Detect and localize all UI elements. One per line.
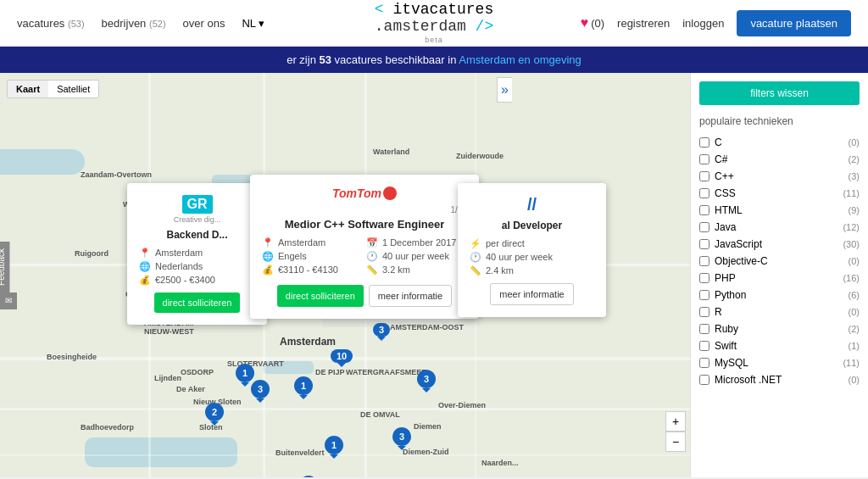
job-card-left: GR Creative dig... Backend D... 📍 Amster… xyxy=(127,183,267,325)
login-link[interactable]: inloggen xyxy=(682,17,724,30)
site-logo: < itvacatures .amsterdam /> beta xyxy=(375,2,493,44)
marker-1-single-3[interactable]: 1 xyxy=(325,436,343,454)
tech-name: Ruby xyxy=(715,323,738,335)
apply-button-main[interactable]: direct solliciteren xyxy=(277,285,364,307)
road-element xyxy=(0,454,690,456)
tech-count: (9) xyxy=(849,205,860,215)
tech-checkbox-5[interactable] xyxy=(699,222,709,232)
job-card-right: // al Developer ⚡ per direct 🕐 40 uur pe… xyxy=(458,183,606,317)
tech-count: (12) xyxy=(843,222,860,232)
water-element xyxy=(85,437,237,467)
chevron-down-icon: ▾ xyxy=(259,17,264,30)
marker-3-single-2[interactable]: 3 xyxy=(392,427,411,446)
tech-item: C (0) xyxy=(699,134,860,151)
technique-list: C (0) C# (2) C++ (3) CSS (11) HTML (9) J… xyxy=(699,134,860,388)
marker-1-single-2[interactable]: 1 xyxy=(294,376,313,395)
tech-checkbox-6[interactable] xyxy=(699,239,709,249)
distance-icon: 📏 xyxy=(470,265,481,276)
tech-count: (0) xyxy=(849,256,860,266)
nav-vacatures[interactable]: vacatures (53) xyxy=(17,17,85,30)
tech-item: JavaScript (30) xyxy=(699,236,860,253)
tech-count: (3) xyxy=(849,171,860,181)
job-title-left: Backend D... xyxy=(139,229,255,241)
tech-checkbox-12[interactable] xyxy=(699,341,709,351)
tech-name: R xyxy=(715,306,722,318)
tech-checkbox-13[interactable] xyxy=(699,358,709,368)
tech-item: Objective-C (0) xyxy=(699,253,860,270)
tech-count: (2) xyxy=(849,324,860,334)
tech-name: MySQL xyxy=(715,357,748,369)
satelliet-button[interactable]: Satelliet xyxy=(48,81,98,97)
location-icon: 📍 xyxy=(139,248,151,259)
tech-checkbox-9[interactable] xyxy=(699,290,709,300)
tech-checkbox-0[interactable] xyxy=(699,137,709,148)
marker-10-bubble-2[interactable]: 10 xyxy=(331,349,353,363)
tech-checkbox-10[interactable] xyxy=(699,307,709,317)
road-element xyxy=(0,408,690,410)
tech-name: C xyxy=(715,136,722,148)
register-link[interactable]: registreren xyxy=(617,17,670,30)
tech-checkbox-14[interactable] xyxy=(699,375,709,385)
tech-count: (6) xyxy=(849,290,860,300)
post-vacancy-button[interactable]: vacature plaatsen xyxy=(737,10,851,36)
clock-icon: 🕐 xyxy=(470,252,481,263)
favorites-button[interactable]: ♥ (0) xyxy=(581,15,604,31)
distance-icon: 📏 xyxy=(366,265,378,276)
company-logo-gr: GR Creative dig... xyxy=(139,195,255,224)
zoom-out-button[interactable]: − xyxy=(665,432,686,452)
tech-count: (0) xyxy=(849,137,860,148)
company-logo-right: // xyxy=(470,195,594,214)
lang-selector[interactable]: NL ▾ xyxy=(242,17,264,30)
zoom-in-button[interactable]: + xyxy=(665,411,686,432)
tech-checkbox-2[interactable] xyxy=(699,171,709,181)
nav-over-ons[interactable]: over ons xyxy=(183,17,225,30)
map-area[interactable]: Kaart Satelliet Feedback ✉ Westpoort Zaa… xyxy=(0,73,690,477)
tech-item: Swift (1) xyxy=(699,337,860,354)
tech-checkbox-1[interactable] xyxy=(699,154,709,164)
sidebar-section-title: populaire technieken xyxy=(699,115,860,127)
tech-item: Java (12) xyxy=(699,219,860,236)
sidebar: filters wissen populaire technieken C (0… xyxy=(690,73,868,477)
header: vacatures (53) bedrijven (52) over ons N… xyxy=(0,0,868,47)
salary-icon: 💰 xyxy=(262,265,274,276)
tech-item: C# (2) xyxy=(699,151,860,168)
clock-icon: 🕐 xyxy=(366,251,378,262)
marker-2-single-1[interactable]: 2 xyxy=(205,403,224,421)
water-element xyxy=(263,361,314,374)
tech-name: PHP xyxy=(715,272,736,284)
marker-3-single-3[interactable]: 3 xyxy=(251,380,270,398)
tech-name: Microsoft .NET xyxy=(715,374,782,386)
tech-name: Python xyxy=(715,289,746,301)
tech-checkbox-4[interactable] xyxy=(699,205,709,215)
marker-3-bubble-1[interactable]: 3 xyxy=(373,323,390,337)
tech-item: MySQL (11) xyxy=(699,354,860,371)
tech-item: CSS (11) xyxy=(699,185,860,202)
sidebar-expand-button[interactable]: » xyxy=(497,77,512,103)
filter-clear-button[interactable]: filters wissen xyxy=(699,81,860,105)
tech-count: (1) xyxy=(849,341,860,351)
tech-name: JavaScript xyxy=(715,238,762,250)
tech-item: Ruby (2) xyxy=(699,320,860,337)
more-info-button-main[interactable]: meer informatie xyxy=(369,285,452,307)
tech-checkbox-3[interactable] xyxy=(699,188,709,198)
tech-name: Objective-C xyxy=(715,255,768,267)
tech-checkbox-7[interactable] xyxy=(699,256,709,266)
tech-name: CSS xyxy=(715,187,736,199)
tech-count: (2) xyxy=(849,154,860,164)
email-feedback-button[interactable]: ✉ xyxy=(0,292,17,309)
tech-checkbox-8[interactable] xyxy=(699,273,709,283)
heart-icon: ♥ xyxy=(581,15,589,31)
marker-3-single-1[interactable]: 3 xyxy=(417,370,436,388)
job-card-main: TomTom 1/10 Medior C++ Software Engineer… xyxy=(250,175,479,319)
more-info-button-right[interactable]: meer informatie xyxy=(490,283,573,305)
flag-icon: 🌐 xyxy=(139,261,151,272)
apply-button-left[interactable]: direct solliciteren xyxy=(154,292,241,313)
kaart-button[interactable]: Kaart xyxy=(8,81,48,97)
feedback-button[interactable]: Feedback xyxy=(0,242,9,292)
money-icon: 💰 xyxy=(139,275,151,286)
tech-checkbox-11[interactable] xyxy=(699,324,709,334)
marker-1-single-1[interactable]: 1 xyxy=(236,364,254,382)
marker-1-single-4[interactable]: 1 xyxy=(299,476,318,477)
tech-item: R (0) xyxy=(699,304,860,320)
nav-bedrijven[interactable]: bedrijven (52) xyxy=(102,17,166,30)
